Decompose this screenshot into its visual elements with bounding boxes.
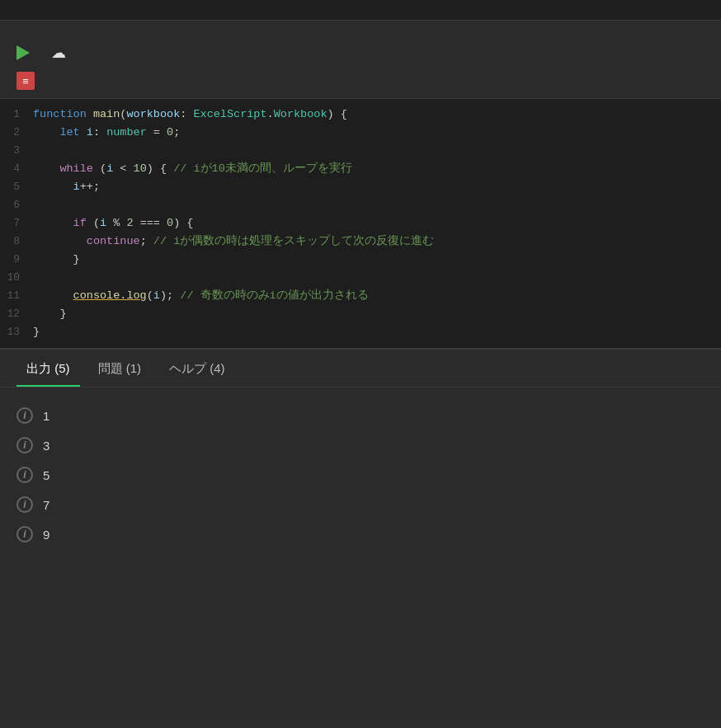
output-content: i1i3i5i7i9 — [0, 387, 721, 562]
line-number: 10 — [0, 269, 33, 287]
save-icon: ☁ — [51, 44, 66, 62]
line-content: if (i % 2 === 0) { — [33, 214, 721, 232]
line-number: 3 — [0, 142, 33, 160]
line-number: 4 — [0, 160, 33, 178]
output-item: i1 — [16, 401, 705, 430]
line-content: i++; — [33, 178, 721, 196]
info-icon: i — [16, 526, 33, 542]
info-icon: i — [16, 437, 33, 453]
output-item: i7 — [16, 490, 705, 519]
line-number: 8 — [0, 232, 33, 251]
line-content: continue; // iが偶数の時は処理をスキップして次の反復に進む — [33, 232, 721, 251]
line-content: } — [33, 323, 721, 341]
code-line: 10 — [0, 269, 721, 287]
line-number: 12 — [0, 305, 33, 323]
info-icon: i — [16, 467, 33, 483]
output-tab[interactable]: 出力 (5) — [16, 350, 80, 387]
output-item: i5 — [16, 460, 705, 490]
code-line: 2 let i: number = 0; — [0, 124, 721, 142]
code-line: 12 } — [0, 305, 721, 323]
save-button[interactable]: ☁ — [51, 44, 71, 62]
output-tab[interactable]: ヘルプ (4) — [159, 350, 235, 387]
output-item: i3 — [16, 430, 705, 460]
output-value: 3 — [43, 439, 49, 453]
line-number: 1 — [0, 106, 33, 124]
line-content: let i: number = 0; — [33, 124, 721, 142]
output-tab[interactable]: 問題 (1) — [88, 350, 152, 387]
line-number: 2 — [0, 124, 33, 142]
line-number: 9 — [0, 251, 33, 269]
info-icon: i — [16, 496, 33, 513]
line-number: 13 — [0, 323, 33, 341]
output-value: 1 — [43, 409, 49, 423]
script-name-row: ≡ — [16, 72, 705, 90]
line-content: } — [33, 305, 721, 323]
code-line: 11 console.log(i); // 奇数の時のみiの値が出力される — [0, 287, 721, 305]
code-line: 3 — [0, 142, 721, 160]
output-value: 7 — [43, 498, 49, 512]
line-number: 6 — [0, 196, 33, 214]
code-line: 9 } — [0, 251, 721, 269]
script-type-icon: ≡ — [16, 72, 35, 90]
code-line: 7 if (i % 2 === 0) { — [0, 214, 721, 232]
run-button[interactable] — [16, 45, 35, 60]
output-tabs: 出力 (5)問題 (1)ヘルプ (4) — [0, 350, 721, 387]
info-icon: i — [16, 407, 33, 424]
line-number: 11 — [0, 287, 33, 305]
line-content: } — [33, 251, 721, 269]
line-content: console.log(i); // 奇数の時のみiの値が出力される — [33, 287, 721, 305]
line-number: 7 — [0, 214, 33, 232]
line-content: function main(workbook: ExcelScript.Work… — [33, 106, 721, 124]
toolbar: ☁ — [16, 44, 705, 62]
output-value: 9 — [43, 528, 49, 542]
run-icon — [16, 45, 30, 60]
title-bar — [0, 0, 721, 21]
code-line: 6 — [0, 196, 721, 214]
output-item: i9 — [16, 519, 705, 549]
output-panel: 出力 (5)問題 (1)ヘルプ (4) i1i3i5i7i9 — [0, 350, 721, 597]
line-number: 5 — [0, 178, 33, 196]
code-line: 5 i++; — [0, 178, 721, 196]
code-editor[interactable]: 1function main(workbook: ExcelScript.Wor… — [0, 99, 721, 350]
line-content: while (i < 10) { // iが10未満の間、ループを実行 — [33, 160, 721, 178]
script-detail-header: ☁ ≡ — [0, 21, 721, 99]
code-line: 1function main(workbook: ExcelScript.Wor… — [0, 106, 721, 124]
code-line: 13} — [0, 323, 721, 341]
code-line: 8 continue; // iが偶数の時は処理をスキップして次の反復に進む — [0, 232, 721, 251]
code-line: 4 while (i < 10) { // iが10未満の間、ループを実行 — [0, 160, 721, 178]
output-value: 5 — [43, 468, 49, 482]
